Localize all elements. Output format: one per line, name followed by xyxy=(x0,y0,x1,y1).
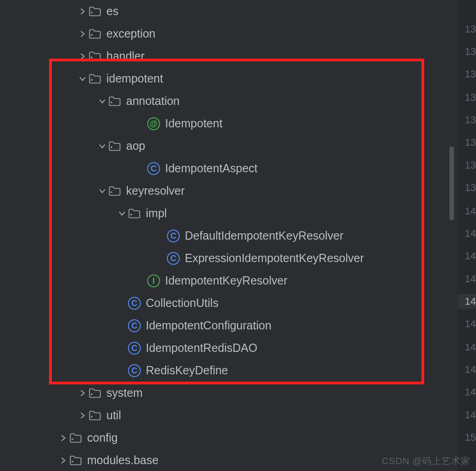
tree-item[interactable]: util xyxy=(0,404,448,427)
svg-point-4 xyxy=(111,102,112,103)
tree-item-label: Idempotent xyxy=(165,117,222,130)
folder-icon xyxy=(68,432,83,444)
tree-item[interactable]: handler xyxy=(0,45,448,67)
folder-icon xyxy=(87,387,103,400)
folder-icon xyxy=(107,140,122,153)
svg-point-2 xyxy=(91,57,92,58)
class-icon: C xyxy=(146,162,161,175)
chevron-right-icon[interactable] xyxy=(78,53,87,60)
tree-item-label: IdempotentConfiguration xyxy=(146,319,271,332)
tree-item-label: IdempotentRedisDAO xyxy=(146,341,257,355)
editor-gutter: 13131313131313131414141414141414141415 xyxy=(458,0,476,471)
tree-item[interactable]: @Idempotent xyxy=(0,112,448,135)
chevron-right-icon[interactable] xyxy=(78,8,87,15)
folder-icon xyxy=(107,185,122,197)
class-icon: C xyxy=(166,252,181,265)
tree-item[interactable]: CCollectionUtils xyxy=(0,292,448,314)
gutter-line-number: 13 xyxy=(458,67,476,82)
tree-item-label: handler xyxy=(106,49,144,63)
gutter-line-number: 14 xyxy=(458,226,476,241)
tree-item-label: config xyxy=(87,431,118,444)
svg-point-11 xyxy=(72,461,73,462)
tree-item[interactable]: keyresolver xyxy=(0,180,448,202)
tree-item-label: modules.base xyxy=(87,454,159,467)
svg-point-1 xyxy=(91,34,92,35)
interface-icon: I xyxy=(146,274,161,287)
tree-item-label: system xyxy=(106,386,143,400)
tree-item[interactable]: CDefaultIdempotentKeyResolver xyxy=(0,225,448,247)
tree-item[interactable]: CRedisKeyDefine xyxy=(0,359,448,382)
tree-item[interactable]: es xyxy=(0,0,448,22)
chevron-right-icon[interactable] xyxy=(78,390,87,396)
chevron-down-icon[interactable] xyxy=(98,98,107,104)
svg-point-0 xyxy=(91,12,92,13)
tree-item[interactable]: CIdempotentRedisDAO xyxy=(0,337,448,359)
tree-item[interactable]: config xyxy=(0,427,448,449)
chevron-right-icon[interactable] xyxy=(78,31,87,37)
chevron-down-icon[interactable] xyxy=(117,210,127,217)
gutter-line-number: 13 xyxy=(458,135,476,150)
tree-item-label: ExpressionIdempotentKeyResolver xyxy=(185,252,364,265)
gutter-line-number: 13 xyxy=(458,22,476,37)
svg-point-6 xyxy=(111,192,112,192)
class-icon: C xyxy=(127,319,142,332)
tree-item-label: RedisKeyDefine xyxy=(146,364,228,377)
svg-point-5 xyxy=(111,147,112,148)
tree-item-label: exception xyxy=(106,27,155,40)
gutter-line-number: 14 xyxy=(458,362,476,377)
tree-item[interactable]: idempotent xyxy=(0,67,448,90)
tree-item[interactable]: IIdempotentKeyResolver xyxy=(0,269,448,292)
gutter-line-number: 13 xyxy=(458,44,476,59)
class-icon: C xyxy=(127,342,142,355)
folder-icon xyxy=(87,50,103,63)
project-tree-panel[interactable]: esexceptionhandleridempotentannotation@I… xyxy=(0,0,448,471)
svg-point-8 xyxy=(91,394,92,394)
tree-item[interactable]: CExpressionIdempotentKeyResolver xyxy=(0,247,448,269)
tree-item-label: idempotent xyxy=(106,72,163,85)
chevron-right-icon[interactable] xyxy=(59,457,68,464)
gutter-line-number: 13 xyxy=(458,113,476,127)
tree-item[interactable]: aop xyxy=(0,135,448,157)
folder-icon xyxy=(68,454,83,467)
tree-item-label: keyresolver xyxy=(126,184,185,197)
chevron-right-icon[interactable] xyxy=(78,412,87,419)
svg-point-7 xyxy=(131,214,132,215)
gutter-line-number: 14 xyxy=(458,385,476,400)
tree-item-label: annotation xyxy=(126,94,180,108)
svg-point-10 xyxy=(72,438,73,439)
tree-item[interactable]: CIdempotentAspect xyxy=(0,157,448,180)
tree-item[interactable]: modules.base xyxy=(0,449,448,471)
svg-point-9 xyxy=(91,416,92,417)
tree-item[interactable]: system xyxy=(0,382,448,404)
gutter-line-number: 13 xyxy=(458,181,476,195)
gutter-line-number: 15 xyxy=(458,430,476,445)
scrollbar-thumb[interactable] xyxy=(449,147,454,220)
chevron-down-icon[interactable] xyxy=(78,76,87,82)
chevron-right-icon[interactable] xyxy=(59,435,68,441)
folder-icon xyxy=(87,72,103,85)
tree-item-label: util xyxy=(106,409,121,422)
gutter-line-number: 13 xyxy=(458,90,476,105)
annotation-icon: @ xyxy=(146,117,161,130)
gutter-line-number: 14 xyxy=(458,204,476,219)
gutter-line-number: 14 xyxy=(458,340,476,355)
folder-icon xyxy=(87,27,103,40)
class-icon: C xyxy=(166,230,181,242)
chevron-down-icon[interactable] xyxy=(98,143,107,149)
chevron-down-icon[interactable] xyxy=(98,188,107,194)
class-icon: C xyxy=(127,297,142,310)
tree-item-label: IdempotentAspect xyxy=(165,162,258,175)
folder-icon xyxy=(127,207,142,220)
folder-icon xyxy=(87,409,103,422)
gutter-line-number: 14 xyxy=(458,317,476,331)
tree-item-label: aop xyxy=(126,139,145,153)
gutter-line-number: 14 xyxy=(458,249,476,263)
tree-item[interactable]: impl xyxy=(0,202,448,225)
folder-icon xyxy=(87,5,103,18)
gutter-line-number: 14 xyxy=(458,294,476,309)
tree-item[interactable]: CIdempotentConfiguration xyxy=(0,314,448,337)
class-icon: C xyxy=(127,364,142,377)
tree-item[interactable]: exception xyxy=(0,22,448,45)
svg-point-3 xyxy=(91,79,92,80)
tree-item[interactable]: annotation xyxy=(0,90,448,112)
